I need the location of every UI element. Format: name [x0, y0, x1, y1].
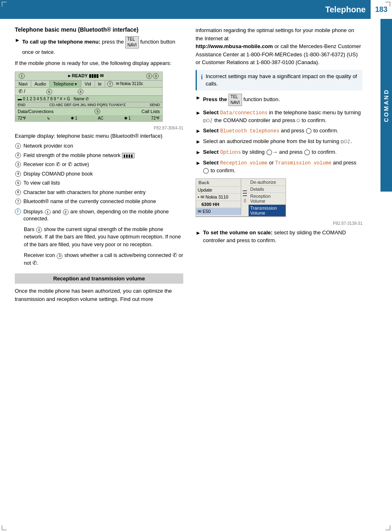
step-1-bold: Press the: [203, 96, 227, 102]
step-1: ► Press the TELNAVI function button.: [196, 94, 362, 106]
num-item-6: 6 Character bar with characters for phon…: [15, 189, 183, 197]
phone-tab-row: Navi Audio Telephone▼ Vid le 7 ✉ Nokia 3…: [15, 81, 162, 88]
num-1: 1: [15, 143, 21, 149]
step-5: ► Select Options by sliding ◯→ and press…: [196, 148, 362, 156]
step-1-rest: function button.: [243, 96, 280, 102]
screenshot2-caption: P82.87-3139-31: [196, 221, 362, 226]
call-lists-label: Call Lists: [141, 109, 160, 114]
arrow-step-1: ►: [196, 94, 201, 102]
num-text-5: To view call lists: [23, 180, 60, 187]
phone-bottom-row: Data/Connections 5 Call Lists: [15, 108, 162, 115]
right-intro: information regarding the optimal settin…: [196, 26, 362, 67]
circle-7-inline: 7 ✉ Nokia 3110c: [107, 81, 143, 87]
circle-2-3: 23: [146, 73, 159, 79]
final-steps-list: ► To set the volume on scale: select by …: [196, 229, 362, 244]
page-title: Telephone: [0, 5, 371, 14]
num-text-3: Receiver icon ✆ or ✆ active): [23, 161, 89, 169]
right-column: information regarding the optimal settin…: [196, 26, 377, 306]
tab-audio: Audio: [31, 81, 50, 87]
arrow-step-6: ►: [196, 160, 201, 167]
display-intro-text: If the mobile phone is ready for use, th…: [15, 59, 183, 67]
info-box: i Incorrect settings may have a signific…: [196, 70, 362, 90]
display-caption: Example display: telephone basic menu (B…: [15, 132, 183, 140]
status-star-1: ✱ 1: [71, 116, 77, 120]
step-2-mono: Data/connections: [220, 110, 267, 116]
circle-4-inline: 4: [77, 88, 84, 95]
num-item-1: 1 Network provider icon: [15, 143, 183, 150]
corner-mark-bl: [2, 525, 7, 530]
final-step-bold: To set the volume on scale:: [203, 229, 273, 236]
menu-transmission-vol: Transmission Volume: [249, 205, 286, 216]
step-4: ► Select an authorized mobile phone from…: [196, 138, 362, 146]
corner-mark-tl: [2, 2, 7, 7]
tel-navi-inline-r: TELNAVI: [228, 94, 242, 106]
final-step: ► To set the volume on scale: select by …: [196, 229, 362, 244]
side-tab-label: COMAND: [383, 89, 390, 122]
abc-chars: CD ABC DEF GHI JKL MNO PQRS TUVWX*Z: [49, 103, 126, 107]
arrow-step-5: ►: [196, 149, 201, 156]
circle-6-inline: 6: [46, 88, 53, 95]
num-text-1: Network provider icon: [23, 143, 73, 150]
main-heading: Telephone basic menu (Bluetooth® interfa…: [15, 26, 183, 33]
tab-video: Vid: [81, 81, 95, 87]
num-text-7: Bluetooth® name of the currently connect…: [23, 198, 156, 206]
data-connections-label: Data/Connections: [18, 109, 53, 114]
num-item-3: 3 Receiver icon ✆ or ✆ active): [15, 161, 183, 169]
step-4-text: Select an authorized mobile phone from t…: [203, 138, 352, 145]
phone-display-image: 1 ►READY ▮▮▮▮ ✉ 23 Navi Audio Telephone▼…: [15, 72, 163, 122]
step-3: ► Select Bluetooth telephones and press …: [196, 127, 362, 135]
intro-text-1: information regarding the optimal settin…: [196, 27, 354, 42]
abc-end: END: [18, 103, 25, 107]
num-item-2: 2 Field strength of the mobile phone net…: [15, 152, 183, 160]
arrow-item-1-bold: To call up the telephone menu:: [22, 39, 100, 45]
arrow-step-2: ►: [196, 109, 201, 117]
phone-status-bar: 72℉ ↳ ✱ 1 AC ✱ 1 72℉: [15, 115, 162, 121]
menu-deauthorize: De-authorize: [249, 179, 286, 186]
phone-call-icon: ✆ /: [18, 88, 25, 94]
arrow-step-3: ►: [196, 127, 201, 135]
info-circle-icon-1: i: [15, 208, 21, 215]
step-6-mono1: Reception volume: [220, 160, 267, 166]
num-item-5: 5 To view call lists: [15, 180, 183, 187]
status-ac: AC: [98, 116, 104, 120]
step-5-rest: by sliding ◯→ and press ◯ to confirm.: [242, 149, 337, 155]
num-3: 3: [15, 162, 21, 167]
step-5-mono: Options: [220, 150, 241, 155]
num-4: 4: [15, 171, 21, 177]
section-text: Once the mobile phone has been authorize…: [15, 287, 183, 303]
tel-navi-button-inline: TELNAVI: [125, 36, 139, 49]
intro-arrow-list: ► To call up the telephone menu: press t…: [15, 36, 183, 56]
num-6: 6: [15, 190, 21, 195]
url-text: http://www.mbusa-mobile.com: [196, 43, 273, 49]
tab-telephone: Telephone▼: [50, 81, 81, 87]
corner-mark-tr: [385, 2, 390, 7]
step-3-rest: and press ◯ to confirm.: [281, 127, 338, 134]
arrow-icon-1: ►: [15, 37, 20, 44]
num-text-4: Display COMAND phone book: [23, 171, 93, 178]
num-item-4: 4 Display COMAND phone book: [15, 171, 183, 178]
arrow-item-1: ► To call up the telephone menu: press t…: [15, 36, 183, 56]
step-2: ► Select Data/connections in the telepho…: [196, 109, 362, 124]
status-temp-1: 72℉: [18, 116, 26, 120]
step-6: ► Select Reception volume or Transmissio…: [196, 159, 362, 174]
menu-details: Details: [249, 186, 286, 193]
menu-reception-vol: Reception Volume: [249, 193, 286, 205]
image-ref-1: P82.87-3064-31: [15, 126, 183, 130]
num-7: 7: [15, 199, 21, 204]
left-column: Telephone basic menu (Bluetooth® interfa…: [15, 26, 183, 306]
step-3-bold: Select: [203, 127, 219, 134]
num-item-7: 7 Bluetooth® name of the currently conne…: [15, 198, 183, 206]
phone-keypad-row: ▬ 0 1 2 3 4 5 6 7 8 9 * # + G Name ✆: [15, 96, 162, 102]
step-2-bold: Select: [203, 109, 219, 116]
arrow-step-4: ►: [196, 138, 201, 146]
status-temp-2: 72℉: [151, 116, 160, 120]
corner-mark-br: [385, 525, 390, 530]
status-star-2: ✱ 1: [124, 116, 131, 120]
info-box-text: Incorrect settings may have a significan…: [205, 73, 358, 88]
info-note-3-text: Receiver icon 3 shows whether a call is …: [24, 252, 183, 267]
page-header: Telephone 183: [0, 0, 392, 19]
num-2: 2: [15, 153, 21, 158]
keypad-digits: ▬ 0 1 2 3 4 5 6 7 8 9 * # + G Name ✆: [18, 97, 89, 101]
abc-send: SEND: [150, 103, 160, 107]
status-arrow: ↳: [47, 116, 50, 120]
